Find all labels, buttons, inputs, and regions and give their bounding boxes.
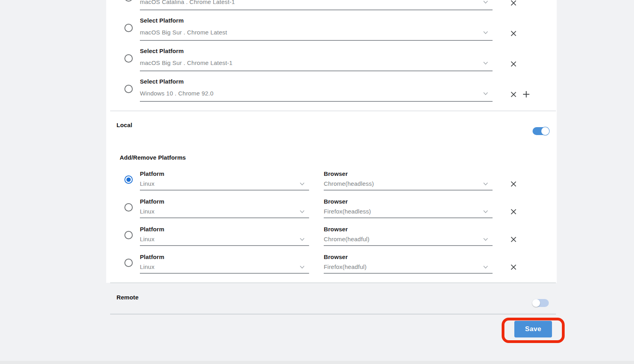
field-underline (140, 40, 493, 41)
chevron-down-icon[interactable] (300, 210, 305, 213)
platform-row: Platform Linux Browser Chrome(headful) (106, 224, 557, 252)
remote-toggle[interactable] (532, 299, 549, 307)
select-platform-value[interactable]: macOS Big Sur . Chrome Latest (140, 29, 227, 36)
radio-button[interactable] (124, 231, 133, 239)
field-underline (324, 273, 493, 274)
section-divider (110, 314, 556, 314)
radio-button[interactable] (124, 259, 133, 267)
select-platform-value[interactable]: macOS Catalina . Chrome Latest-1 (140, 0, 235, 6)
select-platform-value[interactable]: Windows 10 . Chrome 92.0 (140, 90, 214, 97)
select-platform-label: Select Platform (140, 78, 184, 85)
field-underline (140, 101, 493, 102)
platform-settings-page: macOS Catalina . Chrome Latest-1 Select … (0, 0, 634, 364)
section-divider (110, 282, 556, 283)
close-icon[interactable] (510, 30, 517, 36)
field-underline (140, 10, 493, 10)
radio-button[interactable] (124, 24, 133, 32)
platform-row: Platform Linux Browser Chrome(headless) (106, 168, 557, 196)
close-icon[interactable] (510, 0, 517, 6)
add-remove-platforms-heading: Add/Remove Platforms (120, 154, 186, 161)
select-platform-label: Select Platform (140, 17, 184, 24)
browser-value[interactable]: Chrome(headful) (324, 236, 370, 243)
platform-value[interactable]: Linux (140, 208, 155, 215)
radio-button[interactable] (124, 85, 133, 93)
select-platform-row: macOS Catalina . Chrome Latest-1 (106, 0, 557, 15)
toggle-knob (532, 299, 540, 307)
field-underline (324, 217, 493, 218)
close-icon[interactable] (510, 61, 517, 67)
field-underline (324, 190, 493, 191)
chevron-down-icon[interactable] (483, 210, 488, 213)
field-underline (140, 190, 309, 191)
browser-value[interactable]: Chrome(headless) (324, 180, 374, 187)
browser-label: Browser (324, 226, 348, 233)
platform-label: Platform (140, 226, 164, 233)
browser-label: Browser (324, 170, 348, 177)
chevron-down-icon[interactable] (483, 31, 488, 34)
field-underline (140, 245, 309, 246)
chevron-down-icon[interactable] (483, 265, 488, 269)
radio-button[interactable] (124, 54, 133, 63)
radio-button[interactable] (124, 175, 133, 184)
chevron-down-icon[interactable] (483, 0, 488, 4)
platform-label: Platform (140, 198, 164, 205)
close-icon[interactable] (510, 236, 517, 242)
platform-value[interactable]: Linux (140, 180, 155, 187)
platform-label: Platform (140, 170, 164, 177)
browser-label: Browser (324, 198, 348, 205)
chevron-down-icon[interactable] (483, 92, 488, 95)
save-button[interactable]: Save (514, 321, 552, 337)
platform-value[interactable]: Linux (140, 263, 155, 271)
field-underline (140, 71, 493, 71)
local-toggle[interactable] (533, 127, 549, 135)
chevron-down-icon[interactable] (300, 182, 305, 186)
browser-value[interactable]: Firefox(headful) (324, 263, 367, 271)
local-label: Local (116, 122, 132, 128)
select-platform-label: Select Platform (140, 48, 184, 55)
field-underline (324, 245, 493, 246)
close-icon[interactable] (510, 264, 517, 270)
close-icon[interactable] (510, 181, 517, 187)
browser-label: Browser (324, 253, 348, 261)
toggle-knob (541, 127, 549, 135)
add-icon[interactable] (523, 91, 529, 97)
browser-value[interactable]: Firefox(headless) (324, 208, 371, 215)
chevron-down-icon[interactable] (483, 61, 488, 65)
chevron-down-icon[interactable] (483, 182, 488, 186)
select-platform-value[interactable]: macOS Big Sur . Chrome Latest-1 (140, 59, 233, 67)
close-icon[interactable] (510, 91, 517, 97)
radio-button[interactable] (124, 0, 133, 2)
field-underline (140, 217, 309, 218)
radio-button[interactable] (124, 203, 133, 212)
platform-value[interactable]: Linux (140, 236, 155, 243)
select-platform-row: Select Platform Windows 10 . Chrome 92.0 (106, 76, 557, 107)
chevron-down-icon[interactable] (300, 265, 305, 269)
platform-row: Platform Linux Browser Firefox(headful) (106, 252, 557, 279)
remote-label: Remote (116, 294, 139, 301)
platform-row: Platform Linux Browser Firefox(headless) (106, 196, 557, 224)
select-platform-row: Select Platform macOS Big Sur . Chrome L… (106, 46, 557, 76)
chevron-down-icon[interactable] (483, 238, 488, 241)
platform-label: Platform (140, 253, 164, 261)
field-underline (140, 273, 309, 274)
platform-settings-card: macOS Catalina . Chrome Latest-1 Select … (106, 0, 557, 283)
chevron-down-icon[interactable] (300, 238, 305, 241)
select-platform-row: Select Platform macOS Big Sur . Chrome L… (106, 15, 557, 46)
close-icon[interactable] (510, 208, 517, 215)
section-divider (110, 111, 556, 111)
bottom-strip (0, 361, 634, 364)
